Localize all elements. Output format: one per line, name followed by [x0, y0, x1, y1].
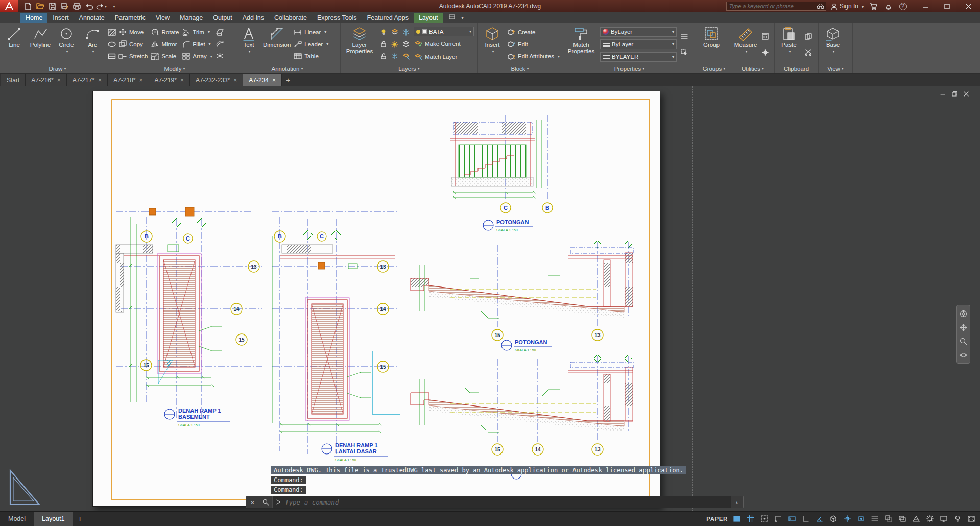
- save-button[interactable]: [47, 2, 58, 11]
- ribbon-tab-view[interactable]: View: [151, 13, 175, 23]
- undo-button[interactable]: [84, 2, 94, 11]
- panel-footer-layers[interactable]: Layers: [341, 64, 477, 73]
- mirror-button[interactable]: Mirror: [150, 39, 179, 50]
- measure-button[interactable]: Measure: [734, 25, 757, 64]
- open-file-button[interactable]: [35, 2, 45, 11]
- current-layer-dropdown[interactable]: BATA: [414, 27, 474, 36]
- match-layer-button[interactable]: Match Layer: [414, 52, 474, 62]
- drawing-canvas[interactable]: B C 13 14 15 15 DENAH RAMP 1 BASEMENT SK…: [0, 86, 980, 511]
- file-tab-a7-234[interactable]: A7-234: [243, 74, 282, 86]
- panel-footer-properties[interactable]: Properties: [562, 64, 697, 73]
- snap-mode-icon[interactable]: [759, 514, 769, 524]
- maximize-button[interactable]: [936, 0, 958, 12]
- dimension-button[interactable]: Dimension: [263, 25, 291, 64]
- close-button[interactable]: [958, 0, 979, 12]
- layer-lock-icon[interactable]: [378, 40, 389, 49]
- close-tab-icon[interactable]: [272, 77, 276, 84]
- leader-button[interactable]: Leader: [293, 39, 328, 50]
- steering-wheel-icon[interactable]: [959, 309, 968, 318]
- clean-screen-icon[interactable]: [966, 514, 976, 524]
- panel-footer-clipboard[interactable]: Clipboard: [775, 64, 818, 73]
- layer-on-icon[interactable]: [390, 40, 400, 49]
- lineweight-display-icon[interactable]: [870, 514, 879, 524]
- polyline-button[interactable]: Polyline: [29, 25, 52, 64]
- new-file-button[interactable]: [22, 2, 33, 11]
- make-current-button[interactable]: Make Current: [414, 39, 474, 49]
- transparency-icon[interactable]: [883, 514, 893, 524]
- layer-walk-icon[interactable]: [401, 40, 411, 49]
- save-as-button[interactable]: [59, 2, 70, 11]
- close-tab-icon[interactable]: [57, 77, 61, 84]
- insert-block-button[interactable]: Insert: [481, 25, 504, 64]
- table-button[interactable]: Table: [293, 51, 328, 61]
- cut-clip-icon[interactable]: [803, 47, 814, 57]
- id-point-icon[interactable]: [760, 47, 770, 57]
- edit-block-button[interactable]: Edit: [507, 39, 560, 50]
- layer-off-icon[interactable]: [378, 28, 389, 37]
- quick-calc-icon[interactable]: [760, 32, 770, 41]
- text-button[interactable]: Text: [237, 25, 260, 64]
- file-tab-a7-217[interactable]: A7-217*: [67, 74, 108, 86]
- close-tab-icon[interactable]: [180, 77, 184, 84]
- ortho-mode-icon[interactable]: [801, 514, 810, 524]
- paper-space-label[interactable]: PAPER: [706, 516, 728, 522]
- file-tab-a7-218[interactable]: A7-218*: [108, 74, 149, 86]
- match-properties-button[interactable]: Match Properties: [565, 25, 597, 64]
- application-menu-button[interactable]: [0, 0, 18, 12]
- close-tab-icon[interactable]: [98, 77, 102, 84]
- search-input[interactable]: [728, 3, 817, 10]
- explode-icon[interactable]: [215, 52, 225, 61]
- isolate-objects-icon[interactable]: [952, 514, 962, 524]
- workspace-switching-icon[interactable]: [925, 514, 935, 524]
- layer-freeze-icon[interactable]: [401, 28, 411, 37]
- help-icon[interactable]: [898, 1, 908, 11]
- ribbon-tab-addins[interactable]: Add-ins: [237, 13, 269, 23]
- plot-button[interactable]: [71, 2, 82, 11]
- panel-footer-draw[interactable]: Draw: [0, 64, 115, 73]
- ribbon-tab-annotate[interactable]: Annotate: [74, 13, 110, 23]
- panel-footer-annotation[interactable]: Annotation: [234, 64, 340, 73]
- paper-model-toggle-icon[interactable]: [732, 514, 742, 524]
- fillet-button[interactable]: Fillet: [181, 39, 212, 50]
- layer-freeze-all-icon[interactable]: [390, 52, 400, 61]
- ribbon-tab-home[interactable]: Home: [20, 13, 47, 23]
- ribbon-tab-collaborate[interactable]: Collaborate: [269, 13, 312, 23]
- binoculars-search-icon[interactable]: [817, 3, 824, 9]
- polar-tracking-icon[interactable]: [815, 514, 824, 524]
- new-drawing-tab-button[interactable]: [282, 74, 294, 86]
- erase-icon[interactable]: [215, 28, 225, 37]
- redo-button[interactable]: [96, 2, 107, 11]
- group-button[interactable]: Group: [700, 25, 723, 64]
- linear-dimension-button[interactable]: Linear: [293, 27, 328, 37]
- move-button[interactable]: Move: [118, 27, 148, 37]
- ribbon-tab-layout[interactable]: Layout: [414, 13, 443, 23]
- file-tab-a7-216[interactable]: A7-216*: [26, 74, 66, 86]
- lineweight-dropdown[interactable]: ByLayer: [600, 39, 677, 49]
- model-tab[interactable]: Model: [0, 512, 34, 526]
- panel-footer-block[interactable]: Block: [478, 64, 562, 73]
- drawing-minimize-button[interactable]: [939, 90, 947, 98]
- close-tab-icon[interactable]: [233, 77, 237, 84]
- edit-attributes-button[interactable]: Edit Attributes: [507, 51, 560, 61]
- copy-button[interactable]: Copy: [118, 39, 148, 50]
- copy-clip-icon[interactable]: [803, 32, 814, 41]
- stretch-button[interactable]: Stretch: [118, 51, 148, 61]
- new-layout-button[interactable]: [73, 512, 87, 526]
- panel-footer-view[interactable]: View: [819, 64, 852, 73]
- notification-bell-icon[interactable]: [883, 1, 893, 11]
- object-color-dropdown[interactable]: ByLayer: [600, 27, 677, 37]
- pan-icon[interactable]: [959, 323, 968, 332]
- app-store-cart-icon[interactable]: [868, 1, 878, 11]
- array-button[interactable]: Array: [181, 51, 212, 61]
- ribbon-tab-insert[interactable]: Insert: [47, 13, 74, 23]
- circle-button[interactable]: Circle: [55, 25, 78, 64]
- selection-cycling-icon[interactable]: [897, 514, 907, 524]
- line-button[interactable]: Line: [3, 25, 26, 64]
- panel-footer-groups[interactable]: Groups: [697, 64, 731, 73]
- minimize-button[interactable]: [915, 0, 936, 12]
- rotate-button[interactable]: Rotate: [150, 27, 179, 37]
- layer-isolate-icon[interactable]: [390, 28, 400, 37]
- file-tab-a7-232-233[interactable]: A7-232-233*: [190, 74, 243, 86]
- panel-footer-utilities[interactable]: Utilities: [731, 64, 774, 73]
- command-input[interactable]: [284, 498, 727, 507]
